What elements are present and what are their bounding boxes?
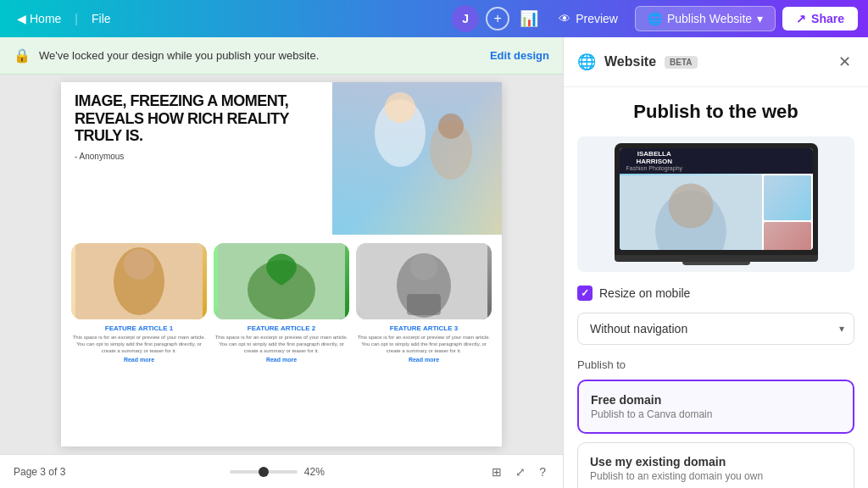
lock-icon: 🔒 [14, 47, 31, 64]
navigation-dropdown[interactable]: Without navigation With navigation [577, 313, 854, 345]
canvas-area: 🔒 We've locked your design while you pub… [0, 37, 563, 488]
article-1-read-more[interactable]: Read more [124, 357, 154, 363]
resize-mobile-label: Resize on mobile [599, 286, 690, 300]
publish-website-button[interactable]: 🌐 Publish Website ▾ [635, 6, 776, 31]
svg-point-11 [410, 253, 437, 280]
fullscreen-button[interactable]: ⤢ [512, 462, 529, 482]
screen-side-image-1 [764, 175, 811, 220]
panel-header: 🌐 Website BETA ✕ [564, 37, 868, 87]
articles-section: FEATURE ARTICLE 1 This space is for an e… [61, 235, 502, 371]
file-menu[interactable]: File [85, 8, 118, 29]
right-panel: 🌐 Website BETA ✕ Publish to the web ISAB… [563, 37, 868, 488]
chevron-down-icon: ▾ [757, 12, 763, 25]
screen-header: ISABELLA HARRISON Fashion Photography [620, 148, 813, 174]
notification-text: We've locked your design while you publi… [39, 49, 319, 62]
canvas-bottom-bar: Page 3 of 3 42% ⊞ ⤢ ? [0, 454, 563, 488]
website-preview-thumbnail: ISABELLA HARRISON Fashion Photography [577, 136, 854, 272]
top-nav: ◀ Home | File J + 📊 👁 Preview 🌐 Publish … [0, 0, 868, 37]
article-1-title: FEATURE ARTICLE 1 [105, 324, 173, 332]
article-1-desc: This space is for an excerpt or preview … [71, 335, 207, 354]
screen-side-image-2 [764, 222, 811, 250]
publish-icon: 🌐 [648, 12, 662, 25]
main-layout: 🔒 We've locked your design while you pub… [0, 37, 868, 488]
avatar[interactable]: J [452, 5, 479, 32]
website-icon: 🌐 [577, 53, 596, 71]
existing-domain-card[interactable]: Use my existing domain Publish to an exi… [577, 442, 854, 488]
design-page: IMAGE, FREEZING A MOMENT, REVEALS HOW RI… [61, 82, 502, 446]
nav-divider: | [75, 12, 78, 25]
publish-title: Publish to the web [577, 101, 854, 123]
checkmark-icon: ✓ [581, 287, 589, 299]
panel-body: Publish to the web ISABELLA HARRISON Fas… [564, 87, 868, 488]
article-card-3: FEATURE ARTICLE 3 This space is for an e… [356, 243, 492, 363]
close-panel-button[interactable]: ✕ [835, 49, 854, 75]
share-button[interactable]: ↗ Share [782, 7, 858, 30]
existing-domain-title: Use my existing domain [590, 455, 842, 469]
article-3-read-more[interactable]: Read more [409, 357, 439, 363]
notification-bar: 🔒 We've locked your design while you pub… [0, 37, 563, 75]
hero-image [332, 82, 502, 235]
article-2-title: FEATURE ARTICLE 2 [248, 324, 315, 332]
stats-button[interactable]: 📊 [516, 6, 542, 31]
back-arrow-icon: ◀ [17, 12, 26, 25]
eye-icon: 👁 [559, 12, 570, 25]
add-collaborator-button[interactable]: + [486, 7, 509, 30]
bar-chart-icon: 📊 [520, 9, 538, 28]
article-card-2: FEATURE ARTICLE 2 This space is for an e… [214, 243, 349, 363]
bottom-icons: ⊞ ⤢ ? [488, 462, 549, 482]
navigation-dropdown-row: Without navigation With navigation ▾ [577, 313, 854, 345]
resize-mobile-checkbox[interactable]: ✓ [577, 286, 593, 301]
design-quote: IMAGE, FREEZING A MOMENT, REVEALS HOW RI… [75, 92, 319, 145]
resize-mobile-row: ✓ Resize on mobile [577, 286, 854, 301]
zoom-slider[interactable] [230, 470, 298, 474]
design-top-section: IMAGE, FREEZING A MOMENT, REVEALS HOW RI… [61, 82, 502, 235]
article-2-desc: This space is for an excerpt or preview … [214, 335, 349, 354]
share-icon: ↗ [796, 12, 806, 25]
screen-main-image [620, 174, 762, 250]
article-image-2 [214, 243, 349, 319]
laptop-frame: ISABELLA HARRISON Fashion Photography [615, 143, 818, 255]
screen-side-images [762, 174, 813, 250]
quote-attribution: - Anonymous [75, 152, 319, 161]
svg-point-2 [385, 92, 415, 123]
article-card-1: FEATURE ARTICLE 1 This space is for an e… [71, 243, 207, 363]
screen-name: ISABELLA HARRISON [626, 151, 683, 166]
existing-domain-subtitle: Publish to an existing domain you own [590, 470, 842, 482]
beta-badge: BETA [665, 56, 697, 69]
preview-button[interactable]: 👁 Preview [548, 7, 628, 30]
help-button[interactable]: ? [536, 462, 549, 482]
zoom-handle[interactable] [259, 467, 269, 477]
article-image-1 [71, 243, 207, 319]
zoom-value: 42% [304, 466, 325, 478]
panel-header-left: 🌐 Website BETA [577, 53, 698, 71]
page-indicator: Page 3 of 3 [14, 466, 65, 478]
svg-point-15 [668, 184, 713, 229]
svg-point-3 [438, 114, 464, 139]
grid-view-button[interactable]: ⊞ [488, 462, 505, 482]
article-2-read-more[interactable]: Read more [266, 357, 297, 363]
quote-area: IMAGE, FREEZING A MOMENT, REVEALS HOW RI… [61, 82, 332, 235]
edit-design-button[interactable]: Edit design [490, 49, 549, 62]
free-domain-subtitle: Publish to a Canva domain [591, 408, 841, 420]
free-domain-card[interactable]: Free domain Publish to a Canva domain [577, 380, 854, 434]
article-3-desc: This space is for an excerpt or preview … [356, 335, 492, 354]
article-image-3 [356, 243, 492, 319]
laptop-screen: ISABELLA HARRISON Fashion Photography [620, 148, 813, 250]
laptop-stand [682, 262, 750, 265]
svg-point-6 [124, 249, 154, 280]
free-domain-title: Free domain [591, 393, 841, 407]
screen-image-area [620, 174, 813, 250]
publish-to-label: Publish to [577, 358, 854, 371]
zoom-controls: 42% [230, 466, 325, 478]
home-button[interactable]: ◀ Home [10, 8, 68, 29]
canvas-content: IMAGE, FREEZING A MOMENT, REVEALS HOW RI… [0, 75, 563, 454]
laptop-base [615, 255, 818, 262]
svg-rect-12 [407, 294, 441, 315]
article-3-title: FEATURE ARTICLE 3 [390, 324, 458, 332]
panel-title: Website [604, 54, 656, 69]
screen-subtitle: Fashion Photography [626, 165, 683, 171]
